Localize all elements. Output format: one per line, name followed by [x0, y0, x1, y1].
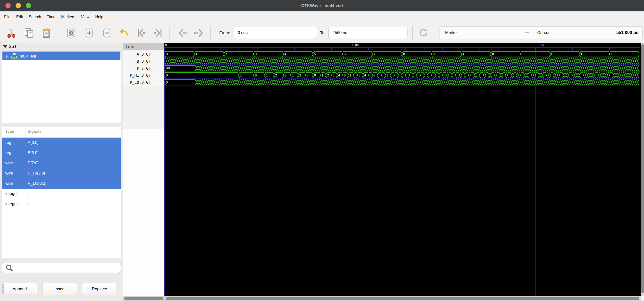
signal-row-p-lo[interactable]: wire P_LO[3:0]	[2, 179, 121, 189]
wave-name-p[interactable]: P[7:0]	[123, 65, 164, 72]
wave-name-b[interactable]: B[3:0]	[123, 58, 164, 65]
zoom-to-end-icon[interactable]	[152, 28, 163, 38]
menu-bar: File Edit Search Time Markers View Help	[0, 12, 644, 23]
sst-tree: mul4Test	[2, 52, 121, 123]
waveform-canvas[interactable]: 01 us2 us0123456789ABCDEF000101201230123…	[164, 43, 641, 296]
column-divider[interactable]	[25, 128, 26, 136]
svg-text:00: 00	[166, 66, 170, 70]
menu-search[interactable]: Search	[29, 15, 41, 19]
wave-name-a[interactable]: A[3:0]	[123, 51, 164, 58]
reload-icon[interactable]	[418, 28, 429, 38]
toolbar-separator	[210, 26, 210, 40]
tree-item-label: mul4Test	[20, 54, 36, 59]
time-column-header: Time	[123, 43, 164, 50]
from-input[interactable]	[234, 27, 317, 39]
svg-text:1: 1	[322, 73, 324, 77]
vertical-scrollbar[interactable]	[641, 43, 644, 296]
svg-text:3: 3	[307, 73, 309, 77]
svg-text:0: 0	[344, 73, 346, 77]
zoom-in-icon[interactable]	[84, 28, 94, 38]
marker-cursor-status: Marker — | Cursor 551 000 ps	[440, 26, 642, 39]
wave-name-p-lo[interactable]: P_LO[3:0]	[123, 79, 164, 86]
svg-text:0: 0	[373, 73, 375, 77]
svg-text:2: 2	[275, 73, 277, 77]
signal-row-a[interactable]: reg A[3:0]	[2, 138, 121, 148]
tree-item-mul4test[interactable]: mul4Test	[2, 52, 120, 60]
svg-text:0: 0	[165, 43, 167, 46]
svg-text:C: C	[522, 52, 524, 56]
menu-markers[interactable]: Markers	[61, 15, 75, 19]
to-input[interactable]	[328, 27, 408, 39]
paste-icon[interactable]	[41, 28, 52, 38]
gtkwave-window: GTKWave - mul4.vcd File Edit Search Time…	[0, 0, 644, 301]
scrollbar-corner	[641, 296, 644, 301]
signal-row-b[interactable]: reg B[3:0]	[2, 148, 121, 158]
svg-text:3: 3	[333, 73, 335, 77]
signal-row-p[interactable]: wire P[7:0]	[2, 158, 121, 168]
menu-view[interactable]: View	[81, 15, 89, 19]
svg-text:0: 0	[314, 73, 316, 77]
name-column-scroll-thumb[interactable]	[124, 297, 163, 300]
sst-label: SST	[9, 44, 17, 49]
sst-section-header[interactable]: SST	[3, 44, 17, 49]
toolbar-separator	[169, 26, 170, 40]
svg-text:4: 4	[338, 73, 340, 77]
svg-text:1: 1	[292, 73, 294, 77]
signal-row-j[interactable]: integer j	[2, 199, 121, 209]
cut-icon[interactable]	[6, 28, 16, 38]
find-previous-edge-icon[interactable]	[177, 28, 188, 38]
insert-button[interactable]: Insert	[42, 283, 77, 295]
svg-text:1: 1	[196, 52, 198, 56]
svg-text:4: 4	[284, 52, 286, 56]
svg-text:1: 1	[240, 73, 242, 77]
cursor-value: 551 000 ps	[616, 30, 638, 35]
replace-button[interactable]: Replace	[82, 283, 117, 295]
menu-edit[interactable]: Edit	[16, 15, 23, 19]
svg-text:3: 3	[386, 73, 388, 77]
append-button[interactable]: Append	[2, 283, 37, 295]
svg-text:9: 9	[433, 52, 435, 56]
svg-text:2: 2	[225, 52, 227, 56]
vertical-scroll-thumb[interactable]	[641, 44, 644, 293]
menu-help[interactable]: Help	[95, 15, 103, 19]
horizontal-scrollbar[interactable]	[123, 296, 641, 301]
wave-name-p-hi[interactable]: P_HI[3:0]	[123, 72, 164, 79]
svg-text:2: 2	[299, 73, 301, 77]
svg-text:D: D	[551, 52, 553, 56]
svg-text:2: 2	[327, 73, 329, 77]
wave-name-column: Time A[3:0] B[3:0] P[7:0] P_HI[3:0] P_LO…	[123, 43, 164, 296]
zoom-to-start-icon[interactable]	[136, 28, 147, 38]
signal-search-input[interactable]	[2, 263, 121, 273]
signal-row-p-hi[interactable]: wire P_HI[3:0]	[2, 168, 121, 179]
copy-icon[interactable]	[24, 28, 34, 38]
svg-text:3: 3	[358, 73, 360, 77]
find-next-edge-icon[interactable]	[193, 28, 205, 38]
zoom-fit-icon[interactable]	[66, 28, 76, 38]
wave-scroll-thumb[interactable]	[166, 297, 639, 300]
zoom-window-button[interactable]	[26, 3, 31, 8]
collapse-triangle-icon	[3, 46, 7, 48]
close-window-button[interactable]	[5, 3, 11, 8]
search-icon	[6, 264, 13, 272]
marker-label: Marker	[445, 30, 458, 35]
to-label: To:	[320, 30, 326, 36]
title-bar: GTKWave - mul4.vcd	[0, 0, 644, 12]
svg-text:2 us: 2 us	[537, 43, 544, 46]
signals-table: Type Signals reg A[3:0] reg B[3:0] wire …	[2, 127, 121, 258]
svg-text:0: 0	[166, 73, 168, 77]
column-header-signals: Signals	[28, 130, 42, 134]
zoom-undo-icon[interactable]	[118, 28, 129, 38]
toolbar-separator	[60, 26, 60, 40]
expand-triangle-icon[interactable]	[6, 54, 8, 58]
svg-text:6: 6	[344, 52, 346, 56]
svg-text:0: 0	[284, 73, 286, 77]
svg-text:0: 0	[166, 80, 168, 84]
svg-text:F: F	[610, 52, 612, 56]
svg-text:4: 4	[364, 73, 366, 77]
minimize-window-button[interactable]	[16, 3, 21, 8]
menu-file[interactable]: File	[4, 15, 10, 19]
toolbar: From: To: Marker — | Cursor 551 000 ps	[0, 23, 644, 43]
zoom-out-icon[interactable]	[102, 28, 112, 38]
signal-row-i[interactable]: integer i	[2, 189, 121, 199]
menu-time[interactable]: Time	[47, 15, 55, 19]
